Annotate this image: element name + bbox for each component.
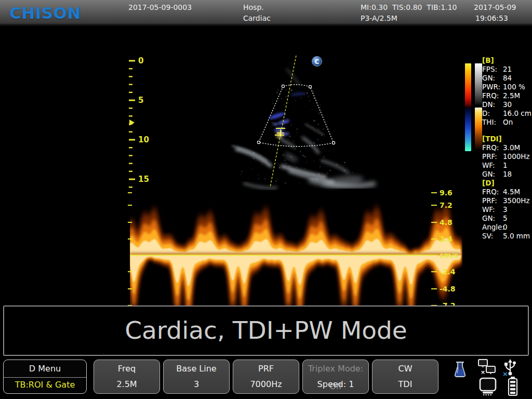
param-value: 5.0 mm xyxy=(503,232,530,240)
depth-label: 0 xyxy=(138,56,143,65)
network-disconnected-icon: × xyxy=(477,359,496,376)
usb-icon: × xyxy=(502,358,517,377)
param-row: SV:5.0 mm xyxy=(482,232,532,241)
param-row: D:16.0 cm xyxy=(482,109,532,118)
roi-handle[interactable] xyxy=(332,141,335,144)
param-row: THI:On xyxy=(482,118,532,127)
menu-button-prf[interactable]: PRF 7000Hz xyxy=(233,360,299,394)
roi-handle[interactable] xyxy=(257,141,260,143)
param-label: GN: xyxy=(482,214,503,223)
param-label: FRQ: xyxy=(482,143,503,152)
param-row: GN:5 xyxy=(482,214,532,223)
param-label: FRQ: xyxy=(482,91,503,100)
mode-message-text: Cardiac, TDI+PW Mode xyxy=(4,307,528,354)
param-row: FPS:21 xyxy=(482,65,532,74)
param-row: FRQ:2.5M xyxy=(482,91,532,100)
param-value: 3 xyxy=(503,205,508,214)
param-row: WF:3 xyxy=(482,205,532,214)
menu-button-base-line[interactable]: Base Line 3 xyxy=(163,360,230,394)
velocity-label: 7.2 xyxy=(440,201,453,209)
focus-marker xyxy=(129,119,135,126)
param-value: 100 % xyxy=(503,83,525,91)
parameter-panel: [B]FPS:21GN:84PWR:100 %FRQ:2.5MDN:30D:16… xyxy=(482,56,532,241)
depth-label: 15 xyxy=(138,175,149,184)
param-group-header: [B] xyxy=(482,56,532,65)
param-row: PRF:1000Hz xyxy=(482,152,532,161)
softkey-menu-bar: D Menu TB:ROI & Gate Freq 2.5M Base Line… xyxy=(0,356,532,399)
exam-id: 2017-05-09-0003 xyxy=(128,3,192,11)
param-label: WF: xyxy=(482,161,503,170)
param-label: FPS: xyxy=(482,65,503,74)
param-row: FRQ:3.0M xyxy=(482,143,532,152)
param-value: 1000Hz xyxy=(503,152,530,161)
roi-handle[interactable] xyxy=(282,85,284,87)
tdi-colormap-bar xyxy=(465,63,471,151)
param-value: 1 xyxy=(503,161,508,169)
param-label: PRF: xyxy=(482,152,503,161)
param-row: PRF:3500Hz xyxy=(482,196,532,205)
probe-label: P3-A/2.5M xyxy=(361,14,397,22)
roi-handle[interactable] xyxy=(309,85,311,88)
time-display: 19:06:53 xyxy=(475,14,508,22)
param-label: FRQ: xyxy=(482,188,503,196)
chison-logo: CHISON xyxy=(9,4,81,22)
menu-button-title: Freq xyxy=(94,360,159,377)
svg-text:×: × xyxy=(481,369,485,376)
param-value: 3500Hz xyxy=(503,196,530,205)
param-label: SV: xyxy=(482,232,503,241)
menu-button-value: TDI xyxy=(373,377,438,393)
velocity-label: 4.8 xyxy=(440,218,453,227)
menu-button-title: Triplex Mode: Off xyxy=(303,360,368,377)
menu-button-value: 7000Hz xyxy=(233,377,299,393)
param-label: GN: xyxy=(482,170,503,179)
hospital-label: Hosp. xyxy=(243,3,264,11)
param-label: PRF: xyxy=(482,196,503,205)
menu-button-title: D Menu xyxy=(4,360,86,378)
b-mode-image xyxy=(232,69,374,189)
velocity-label: 9.6 xyxy=(440,189,453,197)
param-row: DN:30 xyxy=(482,100,532,109)
safety-indices: MI:0.30 TIS:0.80 TIB:1.10 xyxy=(361,3,457,11)
velocity-label: cm/s xyxy=(440,251,458,259)
pw-colormap-bar xyxy=(475,108,482,150)
param-row: WF:1 xyxy=(482,161,532,170)
param-label: PWR: xyxy=(482,83,503,91)
param-row: Angle:0 xyxy=(482,223,532,232)
menu-button-value: 2.5M xyxy=(94,377,159,393)
c-orientation-marker: C xyxy=(312,57,322,66)
top-bar: CHISON 2017-05-09-0003 Hosp. Cardiac MI:… xyxy=(0,0,532,26)
menu-button-d-menu[interactable]: D Menu TB:ROI & Gate xyxy=(3,360,87,394)
param-value: 0 xyxy=(503,223,508,231)
param-value: 84 xyxy=(503,74,512,82)
param-label: DN: xyxy=(482,100,503,109)
menu-button-freq[interactable]: Freq 2.5M xyxy=(94,360,160,394)
param-value: 18 xyxy=(503,170,512,178)
imaging-area: C051015L9.67.24.82.4cm/s-2.4-4.8-7.2-9.6… xyxy=(0,28,532,304)
mode-message-box: Cardiac, TDI+PW Mode xyxy=(3,305,529,356)
menu-button-triplex[interactable]: Triplex Mode: Off Speed: 1 xyxy=(302,360,369,394)
param-value: 21 xyxy=(503,65,512,73)
ultrasound-display: C051015L9.67.24.82.4cm/s-2.4-4.8-7.2-9.6 xyxy=(0,56,532,330)
menu-button-cw[interactable]: CW TDI xyxy=(372,360,438,394)
param-value: 5 xyxy=(503,214,508,222)
velocity-label: -2.4 xyxy=(440,268,456,276)
menu-button-value: Speed: 1 xyxy=(303,377,368,393)
svg-text:C: C xyxy=(315,58,320,65)
param-row: GN:84 xyxy=(482,74,532,83)
param-group-header: [TDI] xyxy=(482,135,532,143)
grayscale-bar xyxy=(475,63,482,105)
param-value: 3.0M xyxy=(503,143,520,152)
param-label: GN: xyxy=(482,74,503,83)
monitor-icon xyxy=(478,377,497,396)
velocity-label: -4.8 xyxy=(440,285,456,293)
menu-button-title: PRF xyxy=(233,360,299,377)
velocity-label: 2.4 xyxy=(440,235,453,243)
depth-label: 5 xyxy=(138,96,143,105)
ultrasound-screen: CHISON 2017-05-09-0003 Hosp. Cardiac MI:… xyxy=(0,0,532,399)
date-display: 2017-05-09 xyxy=(474,3,516,11)
menu-button-value: TB:ROI & Gate xyxy=(4,378,86,394)
param-label: D: xyxy=(482,109,503,118)
menu-button-title: CW xyxy=(373,360,438,377)
param-row: FRQ:4.5M xyxy=(482,188,532,196)
param-label: THI: xyxy=(482,118,503,127)
